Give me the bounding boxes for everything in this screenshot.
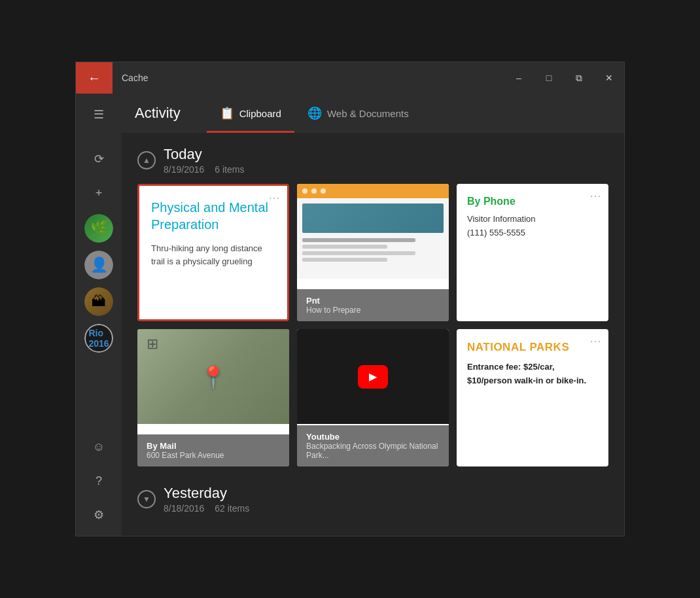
sidebar: ☰ ⟳ + 🌿 👤 🏔	[76, 94, 122, 536]
back-button[interactable]: ←	[76, 62, 113, 94]
avatar-3[interactable]: 🏔	[84, 287, 113, 316]
sidebar-settings-icon[interactable]: ⚙	[80, 499, 117, 531]
today-section-header: ▲ Today 8/19/2016 6 items	[137, 146, 608, 175]
main-content: Activity 📋 Clipboard 🌐 Web & Documents ▲…	[122, 94, 624, 536]
yesterday-section-header: ▼ Yesterday 8/18/2016 62 items	[137, 485, 608, 514]
card-national-parks[interactable]: ··· NATIONAL PARKS Entrance fee: $25/car…	[457, 329, 608, 466]
card-dots: ···	[590, 190, 602, 201]
avatar-4[interactable]: Rio2016	[84, 324, 113, 353]
page-title: Activity	[135, 105, 181, 122]
card-by-mail[interactable]: ··· ⊞ 📍 By Mail 600 East Park Avenue	[137, 329, 289, 466]
yesterday-section: ▼ Yesterday 8/18/2016 62 items	[137, 485, 608, 514]
minimize-button[interactable]: –	[504, 62, 534, 94]
scroll-area[interactable]: ▲ Today 8/19/2016 6 items ···	[122, 133, 624, 536]
yesterday-title: Yesterday	[164, 485, 249, 502]
card-body-text: Thru-hiking any long distance trail is a…	[151, 242, 275, 268]
sidebar-help-icon[interactable]: ?	[80, 465, 117, 497]
maximize-button[interactable]: □	[534, 62, 564, 94]
card-dots: ···	[590, 336, 602, 346]
card-footer-subtitle: Backpacking Across Olympic National Park…	[306, 442, 440, 460]
app-window: ← Cache – □ ⧉ ✕ ☰ ⟳ + 🌿	[75, 62, 625, 536]
card-physical-mental[interactable]: ··· Physical and Mental Preparation Thru…	[137, 184, 289, 321]
sidebar-emoji-icon[interactable]: ☺	[80, 431, 117, 463]
tab-web-docs-label: Web & Documents	[327, 108, 409, 119]
contact-title: By Phone	[467, 196, 598, 207]
avatar-2[interactable]: 👤	[84, 251, 113, 279]
card-map-footer: By Mail 600 East Park Avenue	[137, 434, 289, 466]
map-preview: ⊞ 📍	[137, 329, 289, 424]
window-controls: – □ ⧉ ✕	[504, 62, 624, 94]
titlebar: ← Cache – □ ⧉ ✕	[76, 62, 624, 94]
card-footer-subtitle: How to Prepare	[306, 306, 440, 315]
card-footer-title: By Mail	[147, 441, 280, 451]
map-grid-icon: ⊞	[147, 336, 158, 353]
today-collapse-button[interactable]: ▲	[137, 151, 156, 169]
play-button-icon: ▶	[358, 365, 388, 389]
yesterday-collapse-button[interactable]: ▼	[137, 490, 156, 508]
card-pnt[interactable]: ···	[297, 184, 449, 321]
snap-button[interactable]: ⧉	[564, 62, 594, 94]
window-title: Cache	[122, 73, 504, 83]
card-text-content: Physical and Mental Preparation Thru-hik…	[139, 186, 287, 278]
sidebar-menu-icon[interactable]: ☰	[80, 99, 117, 130]
parks-body: Entrance fee: $25/car, $10/person walk-i…	[467, 361, 598, 388]
card-contact-content: By Phone Visitor Information (111) 555-5…	[457, 184, 608, 251]
tab-web-docs[interactable]: 🌐 Web & Documents	[294, 94, 422, 133]
today-title: Today	[164, 146, 244, 163]
yesterday-items-count: 62 items	[215, 503, 249, 514]
sidebar-history-icon[interactable]: ⟳	[80, 143, 117, 175]
card-footer-title: Pnt	[306, 296, 440, 306]
map-pin-icon: 📍	[200, 364, 226, 389]
today-cards-grid: ··· Physical and Mental Preparation Thru…	[137, 184, 608, 466]
today-date: 8/19/2016	[164, 164, 204, 175]
app-body: ☰ ⟳ + 🌿 👤 🏔	[76, 94, 624, 536]
globe-icon: 🌐	[307, 106, 322, 120]
map-overlay: ⊞ 📍	[137, 329, 289, 424]
yesterday-date: 8/18/2016	[164, 503, 204, 514]
card-footer-title: Youtube	[306, 432, 440, 442]
card-video-footer: Youtube Backpacking Across Olympic Natio…	[297, 425, 449, 466]
card-footer-subtitle: 600 East Park Avenue	[147, 451, 280, 460]
sidebar-add-icon[interactable]: +	[80, 177, 117, 209]
card-title: Physical and Mental Preparation	[151, 199, 275, 233]
avatar-1[interactable]: 🌿	[84, 214, 113, 243]
tab-clipboard[interactable]: 📋 Clipboard	[207, 94, 294, 133]
tab-clipboard-label: Clipboard	[239, 108, 281, 119]
video-preview: ▶	[297, 329, 449, 424]
close-button[interactable]: ✕	[594, 62, 624, 94]
clipboard-icon: 📋	[220, 106, 234, 120]
card-parks-content: NATIONAL PARKS Entrance fee: $25/car, $1…	[457, 329, 608, 398]
contact-body: Visitor Information (111) 555-5555	[467, 213, 598, 240]
card-dots: ···	[269, 192, 281, 203]
parks-title: NATIONAL PARKS	[467, 341, 598, 354]
card-by-phone[interactable]: ··· By Phone Visitor Information (111) 5…	[457, 184, 608, 321]
back-arrow-icon: ←	[88, 71, 101, 86]
today-items-count: 6 items	[215, 164, 244, 175]
card-youtube[interactable]: ··· ▶ Youtube Backpacking Across Olympic…	[297, 329, 449, 466]
web-preview	[297, 184, 449, 279]
nav-bar: Activity 📋 Clipboard 🌐 Web & Documents	[122, 94, 624, 133]
card-web-footer: Pnt How to Prepare	[297, 289, 449, 321]
